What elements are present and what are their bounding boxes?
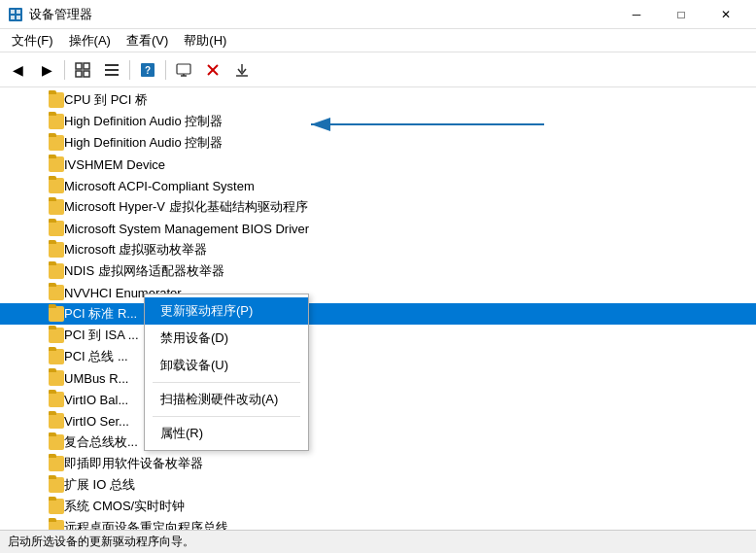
item-label: 扩展 IO 总线 — [64, 476, 756, 494]
tree-item[interactable]: PCI 到 ISA ... — [0, 325, 756, 346]
context-menu: 更新驱动程序(P) 禁用设备(D) 卸载设备(U) 扫描检测硬件改动(A) 属性… — [144, 294, 309, 451]
device-icon — [49, 242, 64, 258]
tree-item[interactable]: NDIS 虚拟网络适配器枚举器 — [0, 260, 756, 282]
svg-rect-1 — [11, 10, 15, 14]
tree-item[interactable]: 系统 CMOS/实时时钟 — [0, 496, 756, 517]
item-label: Microsoft 虚拟驱动枚举器 — [64, 241, 756, 259]
item-label: CPU 到 PCI 桥 — [64, 91, 756, 109]
back-button[interactable]: ◀ — [4, 56, 31, 84]
svg-rect-3 — [11, 16, 15, 19]
remove-button[interactable] — [199, 56, 226, 84]
device-icon — [49, 285, 64, 300]
expand-icon — [31, 92, 47, 108]
tree-item[interactable]: VirtIO Ser... — [0, 410, 756, 432]
ctx-disable-device[interactable]: 禁用设备(D) — [145, 325, 308, 352]
monitor-icon — [176, 62, 191, 78]
tree-item[interactable]: Microsoft Hyper-V 虚拟化基础结构驱动程序 — [0, 196, 756, 218]
tree-item[interactable]: UMBus R... — [0, 367, 756, 389]
tree-item[interactable]: 复合总线枚... — [0, 432, 756, 453]
toolbar-separator-2 — [129, 60, 130, 80]
minimize-button[interactable]: ─ — [614, 0, 659, 29]
tree-item[interactable]: Microsoft ACPI-Compliant System — [0, 175, 756, 196]
tree-item[interactable]: IVSHMEM Device — [0, 154, 756, 175]
tree-item[interactable]: Microsoft 虚拟驱动枚举器 — [0, 239, 756, 260]
item-label: 即插即用软件设备枚举器 — [64, 455, 756, 472]
ctx-update-driver[interactable]: 更新驱动程序(P) — [145, 297, 308, 325]
monitor-button[interactable] — [170, 56, 197, 84]
tree-item-selected[interactable]: PCI 标准 R... — [0, 303, 756, 325]
grid2-icon — [104, 62, 120, 78]
menu-action[interactable]: 操作(A) — [61, 29, 119, 52]
tree-item[interactable]: 扩展 IO 总线 — [0, 474, 756, 496]
expand-icon — [31, 392, 47, 407]
expand-icon — [31, 370, 47, 386]
item-label: High Definition Audio 控制器 — [64, 134, 756, 152]
device-icon — [49, 178, 64, 193]
device-icon — [49, 413, 64, 429]
grid-button-1[interactable] — [69, 56, 96, 84]
svg-rect-7 — [76, 71, 82, 77]
menu-view[interactable]: 查看(V) — [119, 29, 176, 52]
device-icon — [49, 456, 64, 471]
grid1-icon — [75, 62, 90, 78]
item-label: NDIS 虚拟网络适配器枚举器 — [64, 262, 756, 280]
menu-help[interactable]: 帮助(H) — [176, 29, 234, 52]
svg-rect-2 — [17, 10, 20, 14]
tree-item[interactable]: PCI 总线 ... — [0, 346, 756, 367]
status-bar: 启动所选设备的更新驱动程序向导。 — [0, 530, 756, 553]
item-label: High Definition Audio 控制器 — [64, 113, 756, 130]
tree-item[interactable]: NVVHCI Enumerator — [0, 282, 756, 303]
item-label: 系统 CMOS/实时时钟 — [64, 498, 756, 515]
svg-rect-6 — [84, 63, 89, 69]
expand-icon — [31, 199, 47, 215]
menu-file[interactable]: 文件(F) — [4, 29, 61, 52]
tree-item[interactable]: High Definition Audio 控制器 — [0, 111, 756, 132]
svg-rect-11 — [105, 74, 119, 76]
device-icon — [49, 221, 64, 236]
item-label: Microsoft System Management BIOS Driver — [64, 222, 756, 236]
device-icon — [49, 328, 64, 343]
forward-button[interactable]: ▶ — [33, 56, 60, 84]
svg-rect-5 — [76, 63, 82, 69]
download-button[interactable] — [228, 56, 256, 84]
tree-item[interactable]: CPU 到 PCI 桥 — [0, 89, 756, 111]
download-icon — [234, 62, 250, 78]
item-label: Microsoft Hyper-V 虚拟化基础结构驱动程序 — [64, 198, 756, 216]
tree-item[interactable]: Microsoft System Management BIOS Driver — [0, 218, 756, 239]
tree-item[interactable]: High Definition Audio 控制器 — [0, 132, 756, 154]
device-tree[interactable]: CPU 到 PCI 桥 High Definition Audio 控制器 Hi… — [0, 87, 756, 530]
tree-item[interactable]: 即插即用软件设备枚举器 — [0, 453, 756, 474]
device-icon — [49, 349, 64, 364]
ctx-properties[interactable]: 属性(R) — [145, 420, 308, 447]
close-button[interactable]: ✕ — [704, 0, 748, 29]
toolbar-separator-1 — [64, 60, 65, 80]
ctx-separator-1 — [153, 382, 300, 383]
expand-icon — [31, 520, 47, 530]
svg-rect-10 — [105, 69, 119, 71]
expand-icon — [31, 221, 47, 236]
item-label: Microsoft ACPI-Compliant System — [64, 179, 756, 193]
expand-icon — [31, 114, 47, 129]
toolbar: ◀ ▶ ? — [0, 52, 756, 87]
tree-item[interactable]: 远程桌面设备重定向程序总线 — [0, 517, 756, 530]
svg-rect-8 — [84, 71, 89, 77]
device-icon — [49, 477, 64, 493]
help-button[interactable]: ? — [134, 56, 161, 84]
svg-rect-14 — [177, 64, 190, 74]
ctx-scan-hardware[interactable]: 扫描检测硬件改动(A) — [145, 386, 308, 413]
expand-icon — [31, 456, 47, 471]
ctx-uninstall-device[interactable]: 卸载设备(U) — [145, 352, 308, 379]
app-icon — [8, 7, 23, 22]
device-icon — [49, 434, 64, 450]
device-icon — [49, 199, 64, 215]
maximize-button[interactable]: □ — [659, 0, 704, 29]
expand-icon — [31, 156, 47, 172]
device-icon — [49, 392, 64, 407]
device-icon — [49, 370, 64, 386]
svg-rect-9 — [105, 64, 119, 66]
expand-icon — [31, 263, 47, 279]
tree-item[interactable]: VirtIO Bal... — [0, 389, 756, 410]
expand-icon — [31, 499, 47, 514]
grid-button-2[interactable] — [98, 56, 125, 84]
svg-text:?: ? — [145, 65, 151, 76]
